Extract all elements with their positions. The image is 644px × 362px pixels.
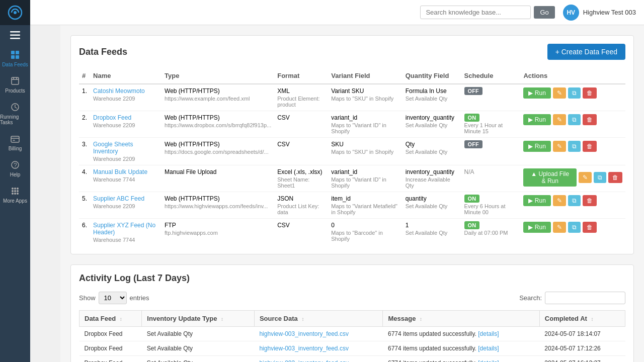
sort-icon[interactable]: ↕ — [120, 316, 122, 322]
log-source-link[interactable]: highview-003_inventory_feed.csv — [259, 330, 348, 337]
row-quantity: quantity Set Available Qty — [403, 192, 461, 219]
feed-name-link[interactable]: Manual Bulk Update — [93, 168, 147, 175]
row-quantity: inventory_quantity Set Available Qty — [403, 111, 461, 138]
delete-button[interactable]: 🗑 — [583, 87, 597, 99]
col-schedule: Schedule — [461, 68, 521, 84]
svg-point-14 — [12, 188, 14, 190]
delete-button[interactable]: 🗑 — [583, 114, 597, 125]
row-type: Web (HTTP/HTTPS) https://www.example.com… — [162, 84, 274, 111]
row-num: 4. — [79, 165, 90, 192]
delete-button[interactable]: 🗑 — [583, 141, 597, 152]
copy-button[interactable]: ⧉ — [568, 222, 581, 233]
edit-button[interactable]: ✎ — [553, 87, 566, 99]
status-badge: N/A — [464, 168, 474, 175]
sidebar-item-data-feeds[interactable]: Data Feeds — [0, 45, 30, 71]
row-quantity: Qty Set Available Qty — [403, 138, 461, 165]
sidebar-item-more-apps[interactable]: More Apps — [0, 182, 30, 208]
edit-button[interactable]: ✎ — [553, 195, 566, 206]
svg-rect-6 — [16, 51, 19, 54]
copy-button[interactable]: ⧉ — [594, 172, 606, 183]
row-actions: ▶ Run ✎ ⧉ 🗑 — [520, 111, 625, 138]
delete-button[interactable]: 🗑 — [583, 195, 597, 206]
edit-button[interactable]: ✎ — [553, 114, 566, 125]
svg-rect-3 — [10, 35, 20, 36]
run-button[interactable]: ▶ Run — [523, 87, 550, 99]
run-button[interactable]: ▶ Run — [523, 141, 550, 152]
edit-button[interactable]: ✎ — [553, 222, 566, 233]
delete-button[interactable]: 🗑 — [608, 172, 622, 183]
feed-name-link[interactable]: Catoshi Meowmoto — [93, 87, 145, 95]
log-col-header: Inventory Update Type ↕ — [142, 311, 255, 327]
more-apps-icon — [10, 186, 21, 197]
edit-button[interactable]: ✎ — [579, 172, 592, 183]
log-source-link[interactable]: highview-003_inventory_feed.csv — [259, 359, 348, 362]
help-icon: ? — [10, 159, 21, 170]
log-details-link[interactable]: [details] — [478, 359, 499, 362]
running-tasks-icon — [10, 102, 21, 113]
col-quantity: Quantity Field — [403, 68, 461, 84]
run-button[interactable]: ▶ Run — [523, 222, 550, 233]
sidebar-item-help[interactable]: ? Help — [0, 155, 30, 182]
feed-name-link[interactable]: Supplier ABC Feed — [93, 195, 144, 202]
sidebar-item-label: Help — [10, 172, 21, 177]
sort-icon[interactable]: ↕ — [301, 316, 304, 322]
log-feed: Dropbox Feed — [79, 356, 142, 363]
row-name: Manual Bulk Update Warehouse 7744 — [90, 165, 162, 192]
row-num: 5. — [79, 192, 90, 219]
entries-label: entries — [130, 294, 149, 302]
sort-icon[interactable]: ↕ — [221, 316, 223, 322]
activity-controls: Show 102550100 entries Search: — [79, 292, 625, 304]
knowledge-search-button[interactable]: Go — [534, 6, 554, 19]
menu-button[interactable] — [0, 25, 30, 45]
feed-warehouse: Warehouse 7744 — [93, 237, 158, 243]
delete-button[interactable]: 🗑 — [583, 222, 597, 233]
log-source: highview-003_inventory_feed.csv — [254, 327, 383, 341]
feed-name-link[interactable]: Dropbox Feed — [93, 114, 131, 121]
activity-log-section: Activity Log (Last 7 Days) Show 10255010… — [70, 264, 634, 362]
edit-button[interactable]: ✎ — [553, 141, 566, 152]
activity-log-table: Data Feed ↕Inventory Update Type ↕Source… — [79, 310, 625, 362]
feed-name-link[interactable]: Supplier XYZ Feed (No Header) — [93, 222, 155, 236]
row-format: XML Product Element: product — [274, 84, 328, 111]
feed-warehouse: Warehouse 2209 — [93, 96, 158, 102]
table-row: 2. Dropbox Feed Warehouse 2209 Web (HTTP… — [79, 111, 625, 138]
col-variant: Variant Field — [328, 68, 402, 84]
row-variant: item_id Maps to "Variant Metafield" in S… — [328, 192, 402, 219]
log-search-input[interactable] — [545, 292, 625, 304]
action-buttons: ▶ Run ✎ ⧉ 🗑 — [523, 195, 622, 206]
log-update-type: Set Available Qty — [142, 341, 255, 356]
log-source-link[interactable]: highview-003_inventory_feed.csv — [259, 345, 348, 352]
create-data-feed-button[interactable]: + Create Data Feed — [547, 44, 625, 60]
app-logo[interactable] — [0, 0, 30, 25]
copy-button[interactable]: ⧉ — [568, 195, 581, 206]
row-name: Dropbox Feed Warehouse 2209 — [90, 111, 162, 138]
feed-name-link[interactable]: Google Sheets Inventory — [93, 141, 133, 155]
run-button[interactable]: ▶ Run — [523, 195, 550, 206]
svg-rect-5 — [11, 51, 15, 54]
sort-icon[interactable]: ↕ — [420, 316, 422, 322]
knowledge-search-input[interactable] — [420, 6, 531, 19]
status-badge: ON — [464, 221, 480, 229]
sidebar-item-billing[interactable]: Billing — [0, 129, 30, 155]
log-details-link[interactable]: [details] — [478, 330, 499, 337]
row-type: Web (HTTP/HTTPS) https://www.highviewapp… — [162, 192, 274, 219]
upload-run-button[interactable]: ▲ Upload File & Run — [523, 168, 577, 187]
copy-button[interactable]: ⧉ — [568, 114, 581, 125]
svg-point-1 — [14, 11, 17, 14]
copy-button[interactable]: ⧉ — [568, 141, 581, 152]
log-row: Dropbox Feed Set Available Qty highview-… — [79, 356, 625, 363]
log-details-link[interactable]: [details] — [478, 345, 499, 352]
row-actions: ▶ Run ✎ ⧉ 🗑 — [520, 84, 625, 111]
row-num: 1. — [79, 84, 90, 111]
sidebar-item-label: Data Feeds — [2, 62, 28, 67]
sidebar: Data Feeds Products Running Tasks — [0, 0, 30, 362]
copy-button[interactable]: ⧉ — [568, 87, 581, 99]
run-button[interactable]: ▶ Run — [523, 114, 550, 125]
sidebar-item-running-tasks[interactable]: Running Tasks — [0, 98, 30, 129]
sort-icon[interactable]: ↕ — [591, 316, 593, 322]
action-buttons: ▶ Run ✎ ⧉ 🗑 — [523, 114, 622, 125]
entries-select[interactable]: 102550100 — [99, 292, 127, 304]
activity-log-header: Activity Log (Last 7 Days) — [79, 273, 625, 284]
row-name: Google Sheets Inventory Warehouse 2209 — [90, 138, 162, 165]
sidebar-item-products[interactable]: Products — [0, 71, 30, 98]
